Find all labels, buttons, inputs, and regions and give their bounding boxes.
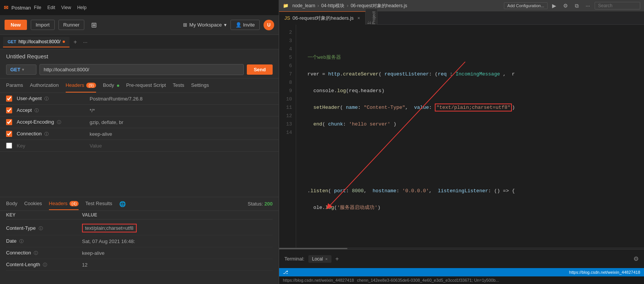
- content-type-highlight-box: text/plain;charset=utf8: [82, 224, 137, 232]
- code-line-13: [301, 220, 639, 229]
- folder-icon: 📁: [283, 3, 289, 8]
- menu-help[interactable]: Help: [77, 5, 87, 10]
- tab-close-button[interactable]: ×: [357, 16, 360, 21]
- breadcrumb-http[interactable]: 04-http模块: [321, 3, 344, 9]
- resp-tab-cookies[interactable]: Cookies: [24, 198, 42, 210]
- header-value-useragent: PostmanRuntime/7.26.8: [90, 96, 273, 102]
- run-button[interactable]: ▶: [550, 2, 559, 9]
- header-check-new[interactable]: [6, 143, 12, 149]
- tab-headers[interactable]: Headers (9): [66, 78, 96, 93]
- tab-authorization[interactable]: Authorization: [30, 78, 59, 93]
- split-editor-button[interactable]: ⧉: [573, 2, 581, 10]
- header-key-placeholder: Key: [17, 143, 85, 149]
- header-row: Connection ⓘ keep-alive: [0, 128, 279, 140]
- more-tabs-button[interactable]: ···: [81, 38, 90, 47]
- statusbar-right: https://blog.csdn.net/weixin_44827418: [569, 270, 640, 275]
- send-button[interactable]: Send: [247, 64, 273, 75]
- header-value-encoding: gzip, deflate, br: [90, 119, 273, 125]
- request-tabs-bar: GET http://localhost:8000/ + ···: [0, 35, 279, 49]
- header-check-accept[interactable]: [6, 107, 12, 113]
- vs-titlebar: 📁 node_learn › 04-http模块 › 06-request对象的…: [279, 0, 644, 11]
- search-input[interactable]: [595, 2, 640, 9]
- tab-body[interactable]: Body: [103, 78, 119, 93]
- header-row: Accept-Encoding ⓘ gzip, deflate, br: [0, 116, 279, 128]
- url-input[interactable]: [39, 64, 244, 75]
- method-select[interactable]: GET ▾: [6, 64, 36, 75]
- tab-prerequest[interactable]: Pre-request Script: [126, 78, 166, 93]
- menu-edit[interactable]: Edit: [47, 5, 55, 10]
- unsaved-dot: [63, 41, 65, 43]
- code-line-11: .listen( port: 8000, hostname: '0.0.0.0'…: [301, 187, 639, 195]
- tab-tests[interactable]: Tests: [173, 78, 184, 93]
- method-label: GET: [10, 67, 21, 72]
- tab-params[interactable]: Params: [6, 78, 23, 93]
- header-row: Accept ⓘ */*: [0, 105, 279, 116]
- header-key-accept: Accept ⓘ: [17, 107, 85, 113]
- response-tabs: Body Cookies Headers (4) Test Results 🌐 …: [0, 197, 279, 211]
- header-key-encoding: Accept-Encoding ⓘ: [17, 119, 85, 125]
- more-actions-button[interactable]: ···: [583, 2, 592, 9]
- layout-button[interactable]: ⊞: [88, 19, 100, 31]
- runner-button[interactable]: Runner: [58, 20, 85, 30]
- import-button[interactable]: Import: [31, 20, 55, 30]
- vs-statusbar: ⎇ https://blog.csdn.net/weixin_44827418: [279, 268, 644, 276]
- new-button[interactable]: New: [5, 20, 27, 30]
- request-tab-url: http://localhost:8000/: [19, 39, 61, 44]
- breadcrumb-sep-1: ›: [317, 3, 319, 8]
- resp-key-content-type: Content-Type ⓘ: [6, 225, 82, 231]
- request-tab-active[interactable]: GET http://localhost:8000/: [3, 37, 69, 47]
- tab-settings[interactable]: Settings: [191, 78, 209, 93]
- add-terminal-button[interactable]: +: [335, 256, 339, 262]
- terminal-settings-icon[interactable]: ⚙: [633, 255, 639, 262]
- resp-table-header: KEY VALUE: [6, 211, 273, 220]
- globe-icon: 🌐: [119, 201, 126, 207]
- bottom-url-text: https://blog.csdn.net/weixin_44827418: [283, 278, 354, 282]
- add-config-button[interactable]: Add Configuration...: [504, 2, 548, 9]
- breadcrumb-sep-2: ›: [347, 3, 348, 8]
- vs-tabbar: JS 06-request对象的headers.js × 1: Project: [279, 11, 644, 25]
- js-file-icon: JS: [284, 15, 290, 21]
- method-badge: GET: [8, 39, 16, 44]
- line-numbers: 2 3 4 5 6 7 8 9 10 11 12 13 14: [279, 25, 296, 248]
- breadcrumb-file[interactable]: 06-request对象的headers.js: [350, 3, 407, 9]
- code-line-6: setHeader( name: "Content-Type", value: …: [301, 104, 639, 112]
- code-line-3: 一个web服务器: [301, 53, 639, 62]
- resp-tab-testresults[interactable]: Test Results: [85, 198, 112, 210]
- menu-view[interactable]: View: [61, 5, 71, 10]
- code-area: 2 3 4 5 6 7 8 9 10 11 12 13 14 一个web服务器 …: [279, 25, 644, 248]
- breadcrumb-node-learn[interactable]: node_learn: [292, 3, 315, 8]
- workspace-grid-icon: ⊞: [183, 22, 187, 28]
- resp-val-content-type: text/plain;charset=utf8: [82, 224, 273, 232]
- header-check-useragent[interactable]: [6, 96, 12, 102]
- resp-tab-headers[interactable]: Headers (4): [49, 198, 79, 210]
- menu-file[interactable]: File: [34, 5, 41, 10]
- statusbar-branch-icon: ⎇: [283, 270, 288, 275]
- resp-val-date: Sat, 07 Aug 2021 16:48:: [82, 238, 273, 244]
- workspace-selector[interactable]: ⊞ My Workspace ▾: [183, 22, 227, 28]
- response-status: Status: 200: [248, 201, 273, 207]
- header-key-useragent: User-Agent ⓘ: [17, 96, 85, 102]
- params-tabs: Params Authorization Headers (9) Body Pr…: [0, 78, 279, 93]
- resp-tab-body[interactable]: Body: [6, 198, 17, 210]
- avatar-circle[interactable]: U: [264, 20, 274, 30]
- vs-bottom-bar: https://blog.csdn.net/weixin_44827418 ch…: [279, 276, 644, 284]
- project-tab: 1: Project: [366, 9, 377, 27]
- method-arrow-icon: ▾: [22, 67, 24, 72]
- debug-button[interactable]: ⚙: [561, 2, 570, 9]
- header-row-placeholder: Key Value: [0, 140, 279, 152]
- pm-toolbar: New Import Runner ⊞ ⊞ My Workspace ▾ 👤 I…: [0, 15, 279, 35]
- code-line-4: rver = http.createServer( requestListene…: [301, 70, 639, 78]
- add-tab-button[interactable]: +: [70, 37, 80, 47]
- vs-tab-active[interactable]: JS 06-request对象的headers.js ×: [279, 11, 366, 25]
- invite-button[interactable]: 👤 Invite: [230, 20, 260, 30]
- header-check-connection[interactable]: [6, 131, 12, 137]
- header-check-encoding[interactable]: [6, 119, 12, 125]
- pm-topbar: ✉ Postman File Edit View Help: [0, 0, 279, 15]
- header-row: User-Agent ⓘ PostmanRuntime/7.26.8: [0, 93, 279, 105]
- vs-tab-label: 06-request对象的headers.js: [292, 15, 354, 22]
- terminal-close-button[interactable]: ×: [325, 257, 327, 261]
- vs-titlebar-actions: Add Configuration... ▶ ⚙ ⧉ ···: [504, 2, 640, 10]
- resp-key-connection2: Connection ⓘ: [6, 250, 82, 256]
- terminal-tab-local[interactable]: Local ×: [308, 255, 331, 263]
- resp-row-date: Date ⓘ Sat, 07 Aug 2021 16:48:: [6, 235, 273, 247]
